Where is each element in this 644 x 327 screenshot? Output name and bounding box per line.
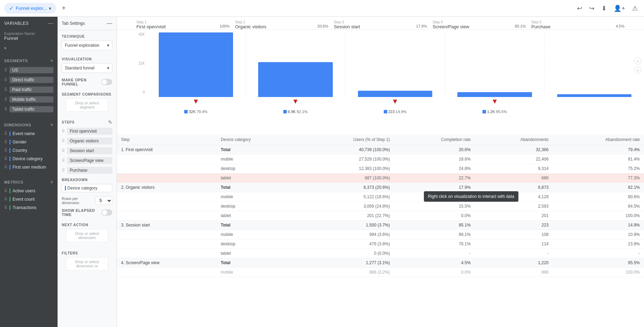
download-button[interactable]: ⬇ [599, 3, 609, 14]
share-button[interactable]: 👤+ [612, 3, 627, 14]
tab-label: Funnel explor... [16, 6, 47, 11]
rows-per-dimension-label: Rows per dimension [62, 196, 93, 205]
cell-completion: 76.1% [394, 239, 475, 249]
add-tab-button[interactable]: + [59, 3, 69, 14]
add-dimension-button[interactable]: + [50, 122, 53, 128]
technique-select[interactable]: Funnel exploration ▾ [62, 40, 112, 50]
segment-item-paid[interactable]: ⠿ Paid traffic [0, 85, 58, 95]
dimension-item-country[interactable]: ⠿ Country [0, 146, 58, 155]
show-elapsed-time-toggle[interactable] [102, 209, 112, 216]
cell-abandonment-rate: 75.2% [553, 164, 644, 173]
exploration-name-section: Exploration Name: Funnel [0, 30, 58, 44]
circle-nav-down[interactable]: ○ [634, 67, 641, 74]
dimension-item-first-user-medium[interactable]: ⠿ First user medium [0, 163, 58, 171]
step-item-purchase[interactable]: ⠿ Purchase [58, 165, 117, 175]
cell-abandonments: 6,873 [475, 183, 553, 192]
step-name: Purchase [67, 167, 112, 174]
step-pct-2: 20.6% [317, 24, 328, 28]
circle-nav: ○ ○ [634, 58, 641, 74]
dimension-item-gender[interactable]: ⠿ Gender [0, 138, 58, 146]
drag-icon: ⠿ [4, 205, 7, 210]
breakdown-chip[interactable]: Device category [62, 184, 112, 192]
metric-item-active-users[interactable]: ⠿ Active users [0, 187, 58, 195]
col-header-completion: Completion rate [394, 134, 475, 145]
drag-icon: ⠿ [4, 188, 7, 193]
breakdown-section: BREAKDOWN Device category [58, 175, 117, 195]
segments-label: SEGMENTS [4, 59, 28, 63]
filters-label: FILTERS [62, 251, 112, 255]
cell-users: 201 (22.7%) [298, 211, 394, 221]
segment-item-mobile[interactable]: ⠿ Mobile traffic [0, 95, 58, 104]
cell-device: Total [217, 221, 299, 230]
cell-step [117, 268, 217, 277]
step-item-session[interactable]: ⠿ Session start [58, 146, 117, 156]
bar-col-4: ▼ 1.2K 95.5% [445, 32, 545, 97]
active-tab[interactable]: ✓ Funnel explor... ▾ [4, 3, 56, 14]
col-header-abandonment-rate: Abandonment rate [553, 134, 644, 145]
step-num-5: Step 5 [531, 20, 624, 24]
cell-device: tablet [217, 249, 299, 258]
cell-abandonment-rate: 77.3% [553, 173, 644, 183]
metric-item-transactions[interactable]: ⠿ Transactions [0, 203, 58, 212]
cell-device: desktop [217, 202, 299, 211]
variables-minimize-button[interactable]: — [48, 20, 53, 27]
cell-users: 3,069 (24.8%) [298, 202, 394, 211]
step-item-screen-page[interactable]: ⠿ Screen/Page view [58, 156, 117, 165]
dropdown-arrow-button[interactable]: ▾ [4, 45, 6, 51]
cell-completion: 85.1% [394, 221, 475, 230]
funnel-step-col-2: Step 2 Organic visitors 20.6% [232, 20, 331, 29]
bar-arrow-2: ▼ [292, 97, 299, 105]
bar-dot-1 [184, 110, 188, 113]
cell-device: Total [217, 258, 299, 268]
cell-step: 1. First open/visit [117, 145, 217, 155]
dimension-item-event-name[interactable]: ⠿ Event name [0, 129, 58, 138]
step-pct-1: 100% [220, 24, 230, 28]
technique-value: Funnel exploration [65, 43, 99, 48]
step-num-1: Step 1 [136, 20, 230, 24]
table-row: tablet 887 (100.0%) 22.7% 686 77.3% [117, 173, 644, 183]
segment-item-us[interactable]: ⠿ US [0, 65, 58, 75]
steps-edit-button[interactable]: ✎ [108, 119, 112, 125]
undo-button[interactable]: ↩ [575, 3, 584, 14]
redo-button[interactable]: ↪ [587, 3, 597, 14]
segment-item-tablet[interactable]: ⠿ Tablet traffic [0, 104, 58, 114]
add-segment-button[interactable]: + [50, 58, 53, 64]
settings-minimize-button[interactable]: — [107, 20, 112, 27]
add-metric-button[interactable]: + [50, 179, 53, 185]
col-header-step: Step [117, 134, 217, 145]
cell-users: 8,373 (20.6%) [298, 183, 394, 192]
step-pct-3: 17.9% [416, 24, 427, 28]
step-drag-icon: ⠿ [62, 148, 65, 153]
next-action-drop-zone[interactable]: Drop or select dimension [66, 229, 108, 242]
funnel-step-col-4: Step 4 Screen/Page view 85.1% [430, 20, 529, 29]
cell-step [117, 155, 217, 164]
step-item-first-open[interactable]: ⠿ First open/visit [58, 126, 117, 136]
bar-val-1: 32K [189, 110, 196, 114]
segment-drop-zone[interactable]: Drop or select segment [66, 98, 108, 112]
cell-users: 27,528 (100.0%) [298, 155, 394, 164]
circle-nav-up[interactable]: ○ [634, 58, 641, 65]
dimension-item-device-category[interactable]: ⠿ Device category [0, 155, 58, 163]
show-elapsed-time-label: SHOW ELAPSED TIME [62, 208, 102, 217]
cell-step [117, 239, 217, 249]
step-item-organic[interactable]: ⠿ Organic visitors [58, 136, 117, 146]
next-action-section: NEXT ACTION Drop or select dimension [58, 219, 117, 247]
cell-abandonments: 223 [475, 221, 553, 230]
table-row: mobile 994 (3.6%) 89.1% 108 10.9% [117, 230, 644, 239]
cell-device: Total [217, 145, 299, 155]
rows-per-dimension-select[interactable]: 5 10 25 [96, 196, 112, 205]
cell-abandonments: 108 [475, 230, 553, 239]
funnel-step-col-3: Step 3 Session start 17.9% [331, 20, 430, 29]
metric-item-event-count[interactable]: ⠿ Event count [0, 195, 58, 203]
step-num-4: Step 4 [433, 20, 526, 24]
alert-button[interactable]: ⚠ [630, 3, 640, 14]
metric-label: Event count [13, 197, 35, 202]
segment-item-direct[interactable]: ⠿ Direct traffic [0, 75, 58, 85]
visualization-select[interactable]: Standard funnel ▾ [62, 63, 112, 73]
drag-icon: ⠿ [4, 97, 7, 102]
make-open-funnel-toggle[interactable] [101, 79, 112, 85]
filters-drop-zone[interactable]: Drop or select dimension or [66, 257, 108, 270]
cell-abandonment-rate: 100.0% [553, 211, 644, 221]
cell-abandonment-rate: 95.5% [553, 258, 644, 268]
technique-label: TECHNIQUE [62, 35, 112, 38]
